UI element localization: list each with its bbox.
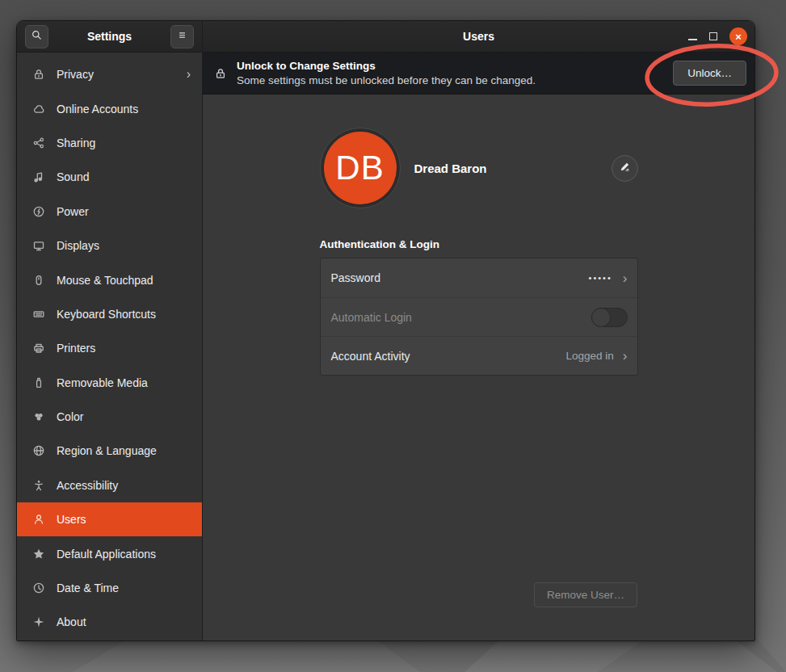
display-icon xyxy=(32,239,45,252)
row-label: Account Activity xyxy=(331,350,566,363)
row-value: Logged in xyxy=(566,350,614,362)
row-label: Automatic Login xyxy=(331,311,591,324)
automatic-login-toggle[interactable] xyxy=(591,308,628,327)
unlock-banner-text: Unlock to Change Settings Some settings … xyxy=(237,59,663,87)
sidebar-item-online-accounts[interactable]: Online Accounts xyxy=(17,91,202,125)
section-title-authentication: Authentication & Login xyxy=(320,238,638,250)
settings-window: Settings Privacy›Online AccountsSharingS… xyxy=(16,20,755,641)
sidebar-item-accessibility[interactable]: Accessibility xyxy=(17,468,202,502)
desktop: { "colors": { "accent": "#E2491D", "clos… xyxy=(0,0,786,672)
mouse-icon xyxy=(32,274,45,287)
page-title: Users xyxy=(463,30,494,43)
user-name: Dread Baron xyxy=(414,162,487,175)
sidebar-item-region-language[interactable]: Region & Language xyxy=(17,434,202,468)
sidebar-item-label: Removable Media xyxy=(57,376,148,389)
sidebar-item-label: Region & Language xyxy=(57,444,157,457)
color-icon xyxy=(32,410,45,423)
minimize-icon xyxy=(688,39,697,40)
sidebar-item-label: Default Applications xyxy=(57,548,156,561)
menu-button[interactable] xyxy=(170,25,194,48)
chevron-right-icon: › xyxy=(623,271,628,285)
auth-row-automatic-login[interactable]: Automatic Login xyxy=(321,297,637,336)
search-button[interactable] xyxy=(25,25,48,48)
unlock-banner-subtitle: Some settings must be unlocked before th… xyxy=(237,74,663,88)
accessibility-icon xyxy=(32,479,45,492)
close-icon: × xyxy=(735,31,742,43)
sidebar-title: Settings xyxy=(87,30,132,43)
user-avatar: DB xyxy=(320,128,401,208)
sidebar-item-label: Printers xyxy=(57,342,95,355)
auth-row-account-activity[interactable]: Account ActivityLogged in› xyxy=(321,336,637,375)
maximize-button[interactable] xyxy=(709,32,717,40)
chevron-right-icon: › xyxy=(623,349,628,363)
unlock-banner-title: Unlock to Change Settings xyxy=(237,59,663,74)
power-icon xyxy=(32,205,45,218)
usb-icon xyxy=(32,376,45,389)
sidebar-item-label: Mouse & Touchpad xyxy=(57,274,153,287)
sound-icon xyxy=(32,170,45,183)
sidebar-item-users[interactable]: Users xyxy=(17,502,202,536)
main-headerbar: Users × xyxy=(203,21,754,52)
sidebar-item-label: Online Accounts xyxy=(57,103,138,116)
window-controls: × xyxy=(688,21,747,52)
sidebar-item-label: Sound xyxy=(57,170,89,183)
sidebar-headerbar: Settings xyxy=(17,21,202,52)
lock-icon xyxy=(32,68,45,81)
clock-icon xyxy=(32,582,45,594)
globe-icon xyxy=(32,444,45,457)
sidebar-item-about[interactable]: About xyxy=(17,605,202,639)
auth-row-password[interactable]: Password•••••› xyxy=(321,258,637,297)
share-icon xyxy=(32,136,45,149)
unlock-banner: Unlock to Change Settings Some settings … xyxy=(203,52,754,94)
user-avatar-initials: DB xyxy=(324,132,397,204)
sidebar-item-sharing[interactable]: Sharing xyxy=(17,126,202,160)
sidebar-item-label: Accessibility xyxy=(57,479,118,492)
printer-icon xyxy=(32,342,45,355)
authentication-list: Password•••••›Automatic LoginAccount Act… xyxy=(320,258,638,376)
users-content: DB Dread Baron Authentication & Login Pa… xyxy=(203,94,754,640)
sidebar-item-label: Power xyxy=(57,205,89,218)
sidebar-item-privacy[interactable]: Privacy› xyxy=(17,57,202,91)
sidebar-item-label: Color xyxy=(57,410,83,423)
cloud-icon xyxy=(32,103,45,116)
maximize-icon xyxy=(709,32,717,40)
sidebar-nav: Privacy›Online AccountsSharingSoundPower… xyxy=(17,52,202,640)
sidebar-item-displays[interactable]: Displays xyxy=(17,229,202,262)
lock-icon xyxy=(214,67,227,80)
main-panel: Users × Unlock to Change Settings Some s… xyxy=(203,21,754,640)
minimize-button[interactable] xyxy=(688,33,697,40)
pencil-icon xyxy=(619,161,631,176)
sidebar-item-mouse-touchpad[interactable]: Mouse & Touchpad xyxy=(17,262,202,296)
sidebar-item-color[interactable]: Color xyxy=(17,400,202,434)
sidebar-item-label: Date & Time xyxy=(57,582,119,594)
sidebar-item-label: Users xyxy=(57,513,86,526)
sidebar-item-sound[interactable]: Sound xyxy=(17,160,202,194)
edit-name-button[interactable] xyxy=(612,155,638,182)
remove-user-button[interactable]: Remove User… xyxy=(534,582,637,607)
user-card: DB Dread Baron xyxy=(320,128,638,208)
sidebar-item-keyboard-shortcuts[interactable]: Keyboard Shortcuts xyxy=(17,297,202,331)
sidebar-item-label: Displays xyxy=(57,239,99,252)
sidebar-item-power[interactable]: Power xyxy=(17,195,202,229)
user-settings-column: DB Dread Baron Authentication & Login Pa… xyxy=(320,94,638,376)
close-button[interactable]: × xyxy=(729,27,747,45)
search-icon xyxy=(31,29,43,44)
sparkle-icon xyxy=(32,615,45,628)
sidebar-item-label: Privacy xyxy=(57,68,94,81)
sidebar-item-label: Keyboard Shortcuts xyxy=(57,308,156,321)
sidebar-item-default-applications[interactable]: Default Applications xyxy=(17,536,202,570)
chevron-right-icon: › xyxy=(187,68,191,81)
users-icon xyxy=(32,513,45,526)
hamburger-menu-icon xyxy=(176,29,188,44)
sidebar-item-label: About xyxy=(57,615,86,628)
row-label: Password xyxy=(331,271,589,284)
sidebar-item-removable-media[interactable]: Removable Media xyxy=(17,366,202,400)
star-icon xyxy=(32,548,45,561)
sidebar-item-label: Sharing xyxy=(57,136,95,149)
sidebar-item-printers[interactable]: Printers xyxy=(17,331,202,365)
toggle-knob xyxy=(591,308,611,327)
unlock-button[interactable]: Unlock… xyxy=(673,61,746,86)
row-value: ••••• xyxy=(589,273,612,283)
sidebar-item-date-time[interactable]: Date & Time xyxy=(17,571,202,605)
sidebar: Settings Privacy›Online AccountsSharingS… xyxy=(17,21,203,640)
